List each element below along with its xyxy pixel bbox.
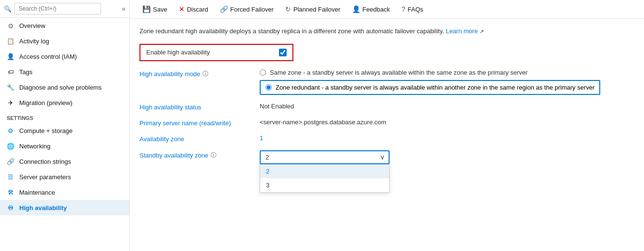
primary-server-row: Primary server name (read/write) <server… (139, 119, 634, 127)
sidebar-item-label: High availability (19, 204, 67, 211)
zone-redundant-option-row[interactable]: Zone redundant - a standby server is alw… (260, 80, 600, 95)
sidebar-item-access-control[interactable]: 👤 Access control (IAM) (0, 49, 129, 64)
zone-redundant-label: Zone redundant - a standby server is alw… (276, 84, 594, 91)
standby-zone-row: Standby availability zone ⓘ 2 3 ∨ 2 3 (139, 150, 634, 164)
same-zone-radio[interactable] (260, 69, 266, 76)
sidebar-item-label: Tags (19, 68, 32, 76)
sidebar-item-high-availability[interactable]: ♾ High availability (0, 200, 129, 215)
overview-icon: ⊙ (7, 22, 14, 29)
activity-log-icon: 📋 (7, 37, 14, 45)
search-icon: 🔍 (4, 5, 12, 13)
same-zone-option-row: Same zone - a standby server is always a… (260, 69, 600, 76)
ha-mode-info-icon[interactable]: ⓘ (202, 70, 208, 78)
search-container: 🔍 « (0, 0, 129, 18)
connection-strings-icon: 🔗 (7, 158, 14, 165)
save-button[interactable]: 💾 Save (138, 3, 172, 15)
sidebar-item-compute-storage[interactable]: ⚙ Compute + storage (0, 123, 129, 138)
primary-server-value: <server-name>.postgres.database.azure.co… (260, 119, 386, 126)
faq-icon: ? (402, 5, 405, 13)
ha-mode-options: Same zone - a standby server is always a… (260, 69, 600, 95)
sidebar-item-label: Overview (19, 22, 45, 29)
sidebar-item-server-parameters[interactable]: ☰ Server parameters (0, 169, 129, 185)
sidebar-item-label: Networking (19, 143, 51, 150)
forced-failover-icon: 🔗 (220, 5, 228, 13)
high-availability-icon: ♾ (7, 204, 14, 211)
availability-zone-value: 1 (260, 134, 263, 142)
zone-redundant-radio[interactable] (265, 84, 272, 91)
sidebar-item-label: Connection strings (19, 158, 71, 165)
ha-status-label: High availability status (139, 103, 250, 111)
sidebar-item-label: Activity log (19, 38, 49, 45)
ha-status-value: Not Enabled (260, 103, 294, 110)
sidebar-item-overview[interactable]: ⊙ Overview (0, 18, 129, 33)
planned-failover-button[interactable]: ↻ Planned Failover (280, 3, 345, 15)
networking-icon: 🌐 (7, 142, 14, 150)
content-area: Zone redundant high availability deploys… (130, 19, 644, 251)
tags-icon: 🏷 (7, 68, 14, 76)
sidebar-item-label: Server parameters (19, 173, 71, 181)
primary-server-label: Primary server name (read/write) (139, 119, 250, 127)
access-control-icon: 👤 (7, 53, 14, 60)
server-parameters-icon: ☰ (7, 173, 14, 181)
ha-mode-row: High availability mode ⓘ Same zone - a s… (139, 69, 634, 95)
toolbar: 💾 Save ✕ Discard 🔗 Forced Failover ↻ Pla… (130, 0, 644, 19)
faqs-button[interactable]: ? FAQs (397, 3, 428, 15)
ha-status-row: High availability status Not Enabled (139, 103, 634, 111)
sidebar-item-label: Compute + storage (19, 127, 73, 134)
feedback-icon: 👤 (352, 5, 360, 13)
search-input[interactable] (14, 3, 101, 14)
settings-section-label: Settings (0, 110, 129, 123)
forced-failover-button[interactable]: 🔗 Forced Failover (215, 3, 278, 15)
dropdown-open-list: 2 3 (260, 164, 390, 193)
maintenance-icon: 🛠 (7, 188, 14, 196)
sidebar-item-activity-log[interactable]: 📋 Activity log (0, 33, 129, 49)
planned-failover-icon: ↻ (285, 5, 291, 13)
sidebar-item-tags[interactable]: 🏷 Tags (0, 64, 129, 79)
same-zone-label: Same zone - a standby server is always a… (270, 69, 528, 76)
discard-icon: ✕ (179, 5, 185, 13)
diagnose-icon: 🔧 (7, 83, 14, 91)
discard-button[interactable]: ✕ Discard (174, 3, 213, 15)
collapse-button[interactable]: « (122, 5, 126, 13)
description-text: Zone redundant high availability deploys… (139, 26, 634, 36)
dropdown-option-2[interactable]: 2 (260, 164, 389, 178)
sidebar-item-connection-strings[interactable]: 🔗 Connection strings (0, 154, 129, 169)
learn-more-link[interactable]: Learn more (446, 27, 478, 35)
sidebar-item-maintenance[interactable]: 🛠 Maintenance (0, 185, 129, 200)
ha-mode-label: High availability mode ⓘ (139, 69, 250, 78)
availability-zone-label: Availability zone (139, 134, 250, 143)
enable-ha-checkbox[interactable] (279, 49, 287, 56)
main-panel: 💾 Save ✕ Discard 🔗 Forced Failover ↻ Pla… (130, 0, 644, 251)
save-icon: 💾 (142, 5, 151, 13)
enable-ha-row: Enable high availability (139, 44, 293, 61)
sidebar-item-label: Access control (IAM) (19, 53, 77, 60)
sidebar-item-diagnose[interactable]: 🔧 Diagnose and solve problems (0, 79, 129, 95)
availability-zone-row: Availability zone 1 (139, 134, 634, 143)
migration-icon: ✈ (7, 99, 14, 106)
standby-zone-select[interactable]: 2 3 (260, 150, 390, 164)
sidebar: 🔍 « ⊙ Overview 📋 Activity log 👤 Access c… (0, 0, 130, 251)
sidebar-item-label: Diagnose and solve problems (19, 84, 101, 91)
sidebar-item-label: Migration (preview) (19, 99, 73, 106)
compute-storage-icon: ⚙ (7, 127, 14, 134)
enable-ha-label: Enable high availability (146, 49, 273, 56)
sidebar-item-label: Maintenance (19, 189, 55, 196)
standby-zone-label: Standby availability zone ⓘ (139, 150, 250, 159)
feedback-button[interactable]: 👤 Feedback (347, 3, 395, 15)
sidebar-item-migration[interactable]: ✈ Migration (preview) (0, 95, 129, 110)
sidebar-item-networking[interactable]: 🌐 Networking (0, 138, 129, 154)
standby-zone-dropdown-wrapper: 2 3 ∨ 2 3 (260, 150, 390, 164)
standby-zone-info-icon[interactable]: ⓘ (211, 151, 216, 159)
dropdown-option-3[interactable]: 3 (260, 178, 389, 192)
